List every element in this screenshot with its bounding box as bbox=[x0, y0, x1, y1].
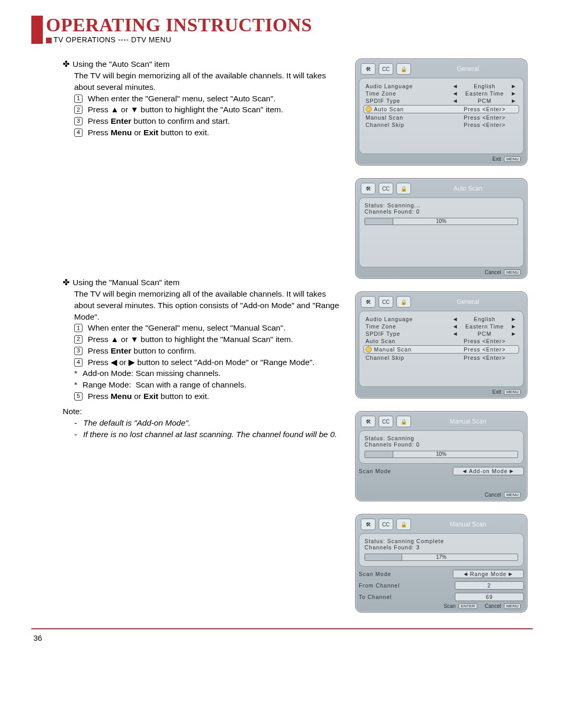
bullet-icon: ✤ bbox=[63, 58, 69, 70]
scan-mode-selector[interactable]: ◀Range Mode▶ bbox=[453, 570, 524, 578]
auto-scan-row[interactable]: Auto ScanPress <Enter> bbox=[363, 105, 519, 113]
step-1: 1 bbox=[74, 95, 83, 103]
progress-bar: 10% bbox=[365, 218, 518, 225]
step-3: 3 bbox=[74, 117, 83, 125]
note-label: Note: bbox=[63, 406, 339, 417]
lock-icon: 🔒 bbox=[396, 63, 411, 75]
step-2: 2 bbox=[74, 105, 83, 114]
enter-button-icon: ENTER bbox=[459, 603, 477, 609]
lock-icon: 🔒 bbox=[396, 296, 411, 308]
to-channel-value[interactable]: 69 bbox=[455, 593, 524, 601]
cc-icon: CC bbox=[379, 296, 393, 308]
section1-intro: The TV will begin memorizing all of the … bbox=[74, 70, 339, 92]
progress-bar: 17% bbox=[365, 554, 518, 561]
menu-button-icon: MENU bbox=[504, 603, 521, 609]
tool-icon: 🛠 bbox=[361, 296, 375, 308]
menu-button-icon: MENU bbox=[504, 156, 521, 162]
tool-icon: 🛠 bbox=[361, 519, 375, 530]
menu-button-icon: MENU bbox=[504, 389, 521, 395]
tool-icon: 🛠 bbox=[361, 183, 375, 194]
step-4: 4 bbox=[74, 128, 83, 137]
cc-icon: CC bbox=[379, 183, 393, 194]
progress-bar: 10% bbox=[365, 451, 518, 458]
section2-heading: Using the "Manual Scan" item bbox=[73, 277, 180, 288]
section1-heading: Using the "Auto Scan" item bbox=[73, 58, 170, 70]
tool-icon: 🛠 bbox=[361, 63, 375, 75]
lock-icon: 🔒 bbox=[396, 416, 411, 427]
osd-manual-range: 🛠 CC 🔒 Manual Scan Status: Scanning Comp… bbox=[355, 514, 527, 613]
from-channel-value[interactable]: 2 bbox=[455, 581, 524, 590]
scan-mode-selector[interactable]: ◀Add-on Mode▶ bbox=[453, 467, 524, 475]
cc-icon: CC bbox=[379, 519, 393, 530]
selection-dot-icon bbox=[366, 346, 372, 353]
tool-icon: 🛠 bbox=[361, 416, 375, 427]
header-red-block bbox=[31, 16, 43, 44]
page-subtitle: ▮TV OPERATIONS ---- DTV MENU bbox=[46, 36, 312, 44]
osd-general-manualscan: 🛠 CC 🔒 General Audio Language◀English▶ T… bbox=[355, 291, 527, 398]
osd-title: General bbox=[414, 64, 522, 74]
osd-manual-addon: 🛠 CC 🔒 Manual Scan Status: Scanning Chan… bbox=[355, 411, 527, 501]
menu-button-icon: MENU bbox=[504, 492, 521, 498]
cc-icon: CC bbox=[379, 63, 393, 75]
osd-general-autoscan: 🛠 CC 🔒 General Audio Language◀English▶ T… bbox=[355, 58, 527, 166]
manual-scan-row[interactable]: Manual ScanPress <Enter> bbox=[363, 345, 519, 354]
lock-icon: 🔒 bbox=[396, 183, 411, 194]
bullet-icon: ✤ bbox=[63, 277, 69, 288]
channels-found: Channels Found: 0 bbox=[365, 208, 518, 215]
selection-dot-icon bbox=[366, 106, 372, 112]
lock-icon: 🔒 bbox=[396, 519, 411, 530]
cc-icon: CC bbox=[379, 416, 393, 427]
page-title: OPERATING INSTRUCTIONS bbox=[46, 16, 312, 34]
page-number: 36 bbox=[31, 633, 533, 642]
osd-autoscan-progress: 🛠 CC 🔒 Auto Scan Status: Scanning... Cha… bbox=[355, 178, 527, 279]
section2-intro: The TV will begin memorizing all of the … bbox=[74, 288, 339, 322]
scan-status: Status: Scanning... bbox=[365, 202, 518, 208]
menu-button-icon: MENU bbox=[504, 269, 521, 275]
footer-rule bbox=[31, 628, 533, 629]
